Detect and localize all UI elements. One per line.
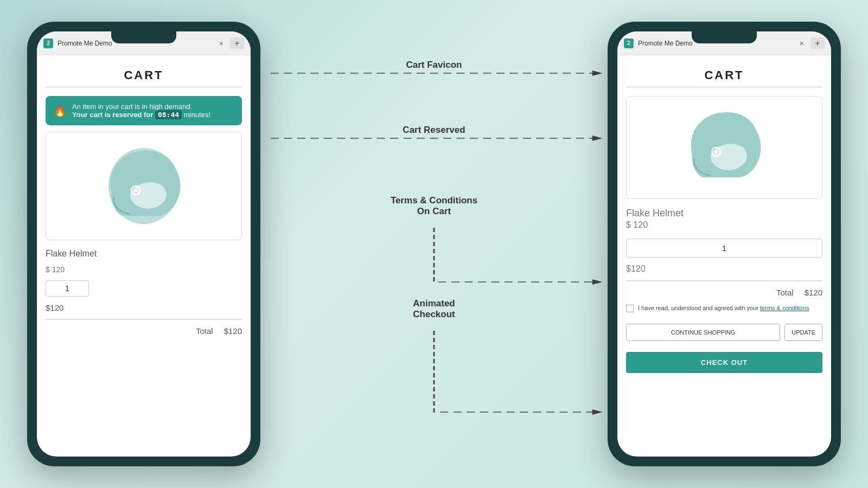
divider-right [626, 280, 822, 281]
terms-line: I have read, understood and agreed with … [626, 304, 822, 313]
total-value-right: $120 [805, 288, 822, 297]
total-row-left: Total $120 [46, 326, 242, 336]
product-name-right: Flake Helmet [626, 208, 822, 219]
helmet-svg-right [681, 104, 768, 191]
subtotal-right: $120 [626, 264, 822, 274]
tab-close-right[interactable]: × [797, 39, 806, 48]
alert-timer: 08:44 [155, 110, 182, 119]
terms-link[interactable]: terms & conditions [760, 305, 809, 311]
annotation-terms-conditions: Terms & Conditions On Cart [391, 195, 477, 217]
alert-banner: 🔥 An item in your cart is in high demand… [46, 96, 242, 125]
checkout-button[interactable]: CHECK OUT [626, 352, 822, 373]
product-image-right [626, 96, 822, 199]
alert-bold: Your cart is reserved for [72, 111, 153, 119]
svg-marker-7 [592, 279, 603, 285]
svg-point-2 [134, 189, 137, 192]
cart-title-right: CART [626, 64, 822, 87]
helmet-svg-left [100, 143, 187, 229]
annotation-animated-checkout: Animated Checkout [413, 298, 455, 320]
svg-marker-4 [592, 70, 603, 76]
total-row-right: Total $120 [626, 288, 822, 297]
tab-add-right[interactable]: + [810, 37, 825, 49]
phone-inner-right: 2 Promote Me Demo × + CART [617, 31, 831, 457]
middle-annotations: Cart Favicon Cart Reserved Terms & Condi… [260, 22, 608, 466]
dashed-lines-svg [260, 22, 608, 466]
svg-marker-8 [592, 409, 603, 415]
qty-input-right[interactable] [626, 239, 822, 258]
tab-add-left[interactable]: + [230, 37, 244, 49]
divider-left [46, 319, 242, 320]
right-phone: 2 Promote Me Demo × + CART [608, 22, 841, 466]
product-image-left [46, 132, 242, 240]
total-label-right: Total [776, 288, 794, 297]
terms-text: I have read, understood and agreed with … [638, 305, 758, 311]
product-price-unit-left: $ 120 [46, 265, 242, 274]
phone-notch-right [692, 31, 757, 43]
cart-title-left: CART [46, 64, 242, 87]
annotation-cart-reserved: Cart Reserved [403, 125, 465, 136]
scene: 2 Promote Me Demo × + CART 🔥 An item in … [27, 11, 841, 477]
continue-shopping-button[interactable]: CONTINUE SHOPPING [626, 324, 780, 341]
update-button[interactable]: UPDATE [784, 324, 822, 341]
phone-inner-left: 2 Promote Me Demo × + CART 🔥 An item in … [37, 31, 251, 457]
svg-marker-6 [592, 136, 603, 141]
phone-notch-left [111, 31, 176, 43]
terms-checkbox[interactable] [626, 305, 634, 312]
product-subtotal-left: $120 [46, 303, 242, 312]
tab-favicon-right: 2 [624, 38, 634, 48]
total-value-left: $120 [224, 326, 242, 336]
btn-row: CONTINUE SHOPPING UPDATE [626, 324, 822, 341]
svg-point-10 [714, 150, 718, 153]
product-price-right: $ 120 [626, 220, 822, 230]
alert-text: An item in your cart is in high demand. … [72, 102, 210, 119]
total-label-left: Total [196, 326, 213, 336]
tab-favicon-left: 2 [43, 38, 53, 48]
qty-input-left[interactable] [46, 280, 89, 297]
annotation-cart-favicon: Cart Favicon [406, 60, 462, 70]
product-name-left: Flake Helmet [46, 249, 242, 259]
cart-content-left: CART 🔥 An item in your cart is in high d… [37, 55, 251, 457]
product-details-right: Flake Helmet $ 120 [626, 206, 822, 232]
cart-content-right: CART Flake Helmet $ 120 [617, 55, 831, 457]
fire-icon: 🔥 [53, 104, 67, 117]
tab-close-left[interactable]: × [217, 39, 226, 48]
left-phone: 2 Promote Me Demo × + CART 🔥 An item in … [27, 22, 260, 466]
